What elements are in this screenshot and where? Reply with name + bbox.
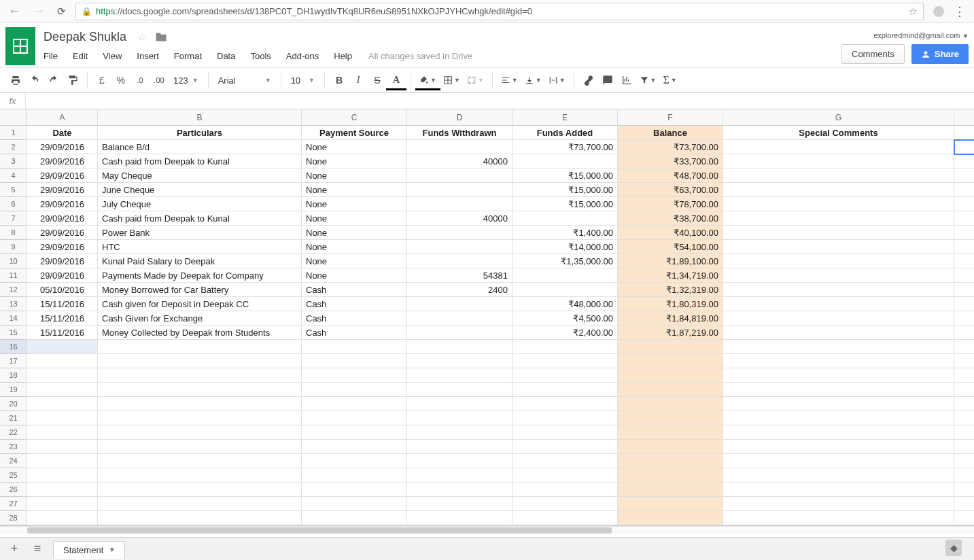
cell-B1[interactable]: Particulars (98, 126, 302, 140)
cell-F18[interactable] (618, 368, 723, 383)
cell-E10[interactable]: ₹1,35,000.00 (512, 254, 618, 268)
cell-extra-23[interactable] (954, 440, 974, 454)
cell-G25[interactable] (723, 468, 954, 483)
cell-E1[interactable]: Funds Added (512, 126, 618, 140)
cell-extra-14[interactable] (954, 311, 974, 326)
cell-A17[interactable] (27, 354, 98, 368)
cell-extra-2[interactable] (954, 140, 974, 154)
row-header-8[interactable]: 8 (0, 226, 27, 240)
cell-A19[interactable] (27, 383, 98, 397)
cell-B13[interactable]: Cash given for Deposit in Deepak CC (98, 297, 302, 311)
cell-C16[interactable] (302, 340, 407, 354)
cell-F7[interactable]: ₹38,700.00 (618, 211, 723, 226)
cell-A25[interactable] (27, 468, 98, 483)
cell-A6[interactable]: 29/09/2016 (27, 197, 98, 211)
move-to-folder-icon[interactable] (155, 32, 167, 42)
cell-G26[interactable] (723, 483, 954, 497)
cell-B28[interactable] (98, 511, 302, 525)
column-header-G[interactable]: G (723, 109, 954, 126)
sheets-logo[interactable] (5, 27, 35, 65)
functions-icon[interactable]: Σ▼ (660, 71, 679, 89)
reload-button[interactable]: ⟳ (54, 5, 69, 18)
cell-E8[interactable]: ₹1,400.00 (512, 226, 618, 240)
cell-G10[interactable] (723, 254, 954, 268)
cell-D7[interactable]: 40000 (407, 211, 512, 226)
cell-A12[interactable]: 05/10/2016 (27, 283, 98, 297)
filter-icon[interactable]: ▼ (637, 71, 659, 89)
cell-D14[interactable] (407, 311, 512, 326)
explore-button[interactable]: ◆ (945, 540, 962, 556)
row-header-24[interactable]: 24 (0, 454, 27, 468)
cell-extra-8[interactable] (954, 226, 974, 240)
cell-A10[interactable]: 29/09/2016 (27, 254, 98, 268)
cell-extra-28[interactable] (954, 511, 974, 525)
row-header-9[interactable]: 9 (0, 240, 27, 254)
borders-button[interactable]: ▼ (440, 71, 463, 89)
cell-D18[interactable] (407, 368, 512, 383)
column-header-A[interactable]: A (27, 109, 98, 126)
cell-C23[interactable] (302, 440, 407, 454)
cell-G21[interactable] (723, 411, 954, 425)
cell-A5[interactable]: 29/09/2016 (27, 183, 98, 197)
cell-extra-22[interactable] (954, 425, 974, 440)
cell-D12[interactable]: 2400 (407, 283, 512, 297)
cell-A16[interactable] (27, 340, 98, 354)
cell-extra-7[interactable] (954, 211, 974, 226)
menu-data[interactable]: Data (214, 49, 238, 63)
cell-C5[interactable]: None (302, 183, 407, 197)
cell-A20[interactable] (27, 397, 98, 411)
cell-C7[interactable]: None (302, 211, 407, 226)
column-header-C[interactable]: C (302, 109, 407, 126)
cell-E6[interactable]: ₹15,000.00 (512, 197, 618, 211)
cell-G14[interactable] (723, 311, 954, 326)
sheet-tab-menu-icon[interactable]: ▼ (109, 546, 115, 553)
cell-G28[interactable] (723, 511, 954, 525)
menu-help[interactable]: Help (331, 49, 355, 63)
font-family-select[interactable]: Arial▼ (214, 74, 275, 87)
cell-E19[interactable] (512, 383, 618, 397)
row-header-25[interactable]: 25 (0, 468, 27, 483)
cell-C15[interactable]: Cash (302, 326, 407, 340)
cell-C18[interactable] (302, 368, 407, 383)
cell-B4[interactable]: May Cheque (98, 169, 302, 183)
cell-B26[interactable] (98, 483, 302, 497)
menu-format[interactable]: Format (171, 49, 205, 63)
column-header-E[interactable]: E (512, 109, 618, 126)
cell-G8[interactable] (723, 226, 954, 240)
cell-F11[interactable]: ₹1,34,719.00 (618, 268, 723, 283)
column-header-extra[interactable] (954, 109, 974, 126)
bold-button[interactable]: B (330, 71, 348, 89)
cell-extra-3[interactable] (954, 154, 974, 169)
cell-D13[interactable] (407, 297, 512, 311)
select-all-corner[interactable] (0, 109, 27, 126)
row-header-21[interactable]: 21 (0, 411, 27, 425)
cell-C27[interactable] (302, 497, 407, 511)
all-sheets-button[interactable]: ≡ (30, 542, 45, 556)
horizontal-scrollbar[interactable] (0, 526, 974, 534)
menu-file[interactable]: File (41, 49, 60, 63)
cell-C2[interactable]: None (302, 140, 407, 154)
cell-extra-20[interactable] (954, 397, 974, 411)
cell-C8[interactable]: None (302, 226, 407, 240)
cell-D22[interactable] (407, 425, 512, 440)
cell-F26[interactable] (618, 483, 723, 497)
cell-extra-13[interactable] (954, 297, 974, 311)
cell-extra-9[interactable] (954, 240, 974, 254)
cell-E26[interactable] (512, 483, 618, 497)
cell-G27[interactable] (723, 497, 954, 511)
row-header-14[interactable]: 14 (0, 311, 27, 326)
row-header-20[interactable]: 20 (0, 397, 27, 411)
menu-view[interactable]: View (100, 49, 124, 63)
cell-extra-19[interactable] (954, 383, 974, 397)
cell-B19[interactable] (98, 383, 302, 397)
cell-extra-6[interactable] (954, 197, 974, 211)
cell-C13[interactable]: Cash (302, 297, 407, 311)
cell-E17[interactable] (512, 354, 618, 368)
column-header-D[interactable]: D (407, 109, 512, 126)
vertical-align-button[interactable]: ▼ (522, 71, 544, 89)
cell-F2[interactable]: ₹73,700.00 (618, 140, 723, 154)
redo-icon[interactable] (45, 71, 63, 89)
cell-B18[interactable] (98, 368, 302, 383)
cell-A24[interactable] (27, 454, 98, 468)
cell-A28[interactable] (27, 511, 98, 525)
